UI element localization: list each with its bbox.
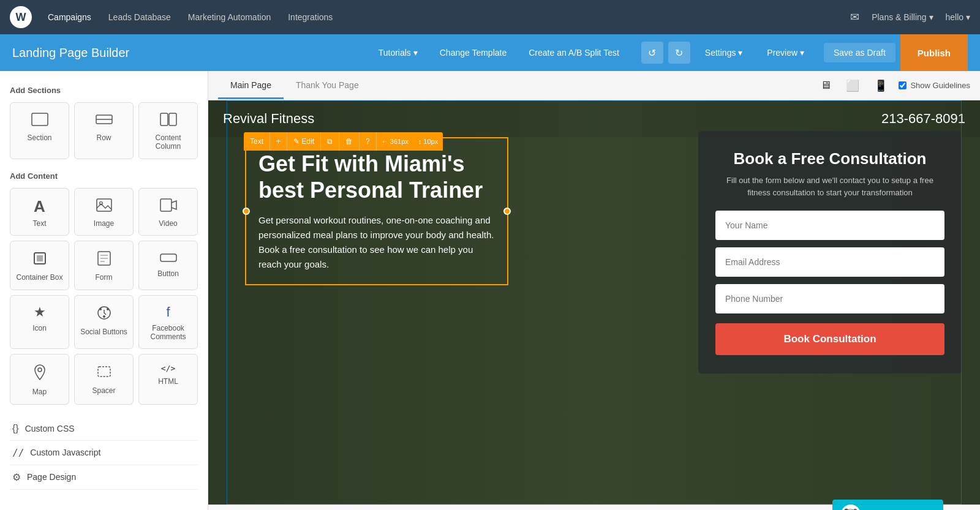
video-icon (160, 198, 177, 214)
redo-button[interactable]: ↻ (668, 42, 690, 64)
lp-brand: Revival Fitness (223, 111, 314, 127)
tab-thank-you-page[interactable]: Thank You Page (284, 73, 371, 99)
toolbar-copy-button[interactable]: ⧉ (321, 132, 339, 151)
spacer-label: Spacer (92, 386, 115, 395)
section-icon (31, 113, 48, 129)
page-tabs-bar: Main Page Thank You Page 🖥 ⬜ 📱 Show Guid… (208, 71, 980, 100)
main-layout: Add Sections Section Row Content Column (0, 71, 980, 510)
svg-rect-5 (97, 199, 111, 211)
resize-handle-left[interactable] (243, 208, 250, 215)
chat-widget[interactable]: 🐼 CHAT WITH US! (832, 500, 944, 510)
content-item-container-box[interactable]: Container Box (10, 241, 69, 290)
custom-css-item[interactable]: {} Custom CSS (10, 417, 198, 441)
svg-rect-14 (160, 254, 176, 261)
change-template-button[interactable]: Change Template (430, 43, 516, 62)
block-toolbar: Text + ✎ Edit ⧉ 🗑 ? ← 361px ↕ 10px (244, 132, 443, 151)
builder-actions: ↺ ↻ Settings ▾ Preview ▾ Save as Draft (641, 42, 895, 64)
mail-icon[interactable]: ✉ (850, 10, 859, 24)
custom-javascript-icon: // (12, 447, 24, 459)
custom-css-label: Custom CSS (25, 424, 75, 433)
show-guidelines-toggle[interactable]: Show Guidelines (899, 81, 970, 90)
resize-handle-right[interactable] (503, 208, 511, 215)
device-desktop-icon[interactable]: 🖥 (816, 77, 835, 94)
sidebar-bottom: {} Custom CSS // Custom Javascript ⚙ Pag… (10, 417, 198, 490)
show-guidelines-checkbox[interactable] (899, 81, 907, 89)
nav-campaigns[interactable]: Campaigns (47, 10, 92, 24)
svg-rect-0 (32, 113, 48, 126)
toolbar-text-label: Text (244, 132, 270, 151)
container-box-label: Container Box (16, 273, 62, 282)
section-label: Section (27, 133, 51, 142)
text-label: Text (32, 219, 46, 228)
canvas: Revival Fitness 213-667-8091 Text + ✎ Ed… (208, 100, 980, 510)
svg-point-17 (99, 308, 102, 310)
ab-split-test-button[interactable]: Create an A/B Split Test (519, 43, 629, 62)
section-item-section[interactable]: Section (10, 102, 69, 159)
canvas-wrapper: Revival Fitness 213-667-8091 Text + ✎ Ed… (208, 100, 980, 510)
svg-rect-3 (160, 113, 168, 126)
content-item-text[interactable]: A Text (10, 188, 69, 236)
logo: W (10, 6, 32, 28)
content-item-image[interactable]: Image (74, 188, 134, 236)
lp-text-block[interactable]: Get Fit with Miami's best Personal Train… (245, 137, 508, 285)
add-content-grid: A Text Image Video Container Box (10, 188, 198, 405)
button-label: Button (157, 269, 179, 278)
form-field-name[interactable] (715, 211, 944, 240)
form-submit-button[interactable]: Book Consultation (715, 323, 944, 355)
image-label: Image (94, 219, 114, 228)
page-design-item[interactable]: ⚙ Page Design (10, 465, 198, 490)
device-tablet-icon[interactable]: ⬜ (842, 77, 863, 95)
nav-leads-database[interactable]: Leads Database (107, 10, 172, 24)
canvas-area: Main Page Thank You Page 🖥 ⬜ 📱 Show Guid… (208, 71, 980, 510)
tutorials-button[interactable]: Tutorials ▾ (369, 43, 428, 62)
save-draft-button[interactable]: Save as Draft (824, 43, 895, 62)
page-design-label: Page Design (27, 472, 76, 482)
svg-rect-20 (98, 367, 110, 377)
svg-point-18 (103, 315, 105, 318)
text-icon: A (34, 198, 45, 214)
hello-button[interactable]: hello ▾ (946, 12, 970, 22)
publish-button[interactable]: Publish (900, 34, 968, 71)
add-sections-title: Add Sections (10, 86, 198, 95)
toolbar-add-button[interactable]: + (270, 132, 287, 151)
content-item-video[interactable]: Video (138, 188, 198, 236)
show-guidelines-label: Show Guidelines (910, 81, 970, 90)
content-item-html[interactable]: </> HTML (138, 354, 198, 404)
content-item-social-buttons[interactable]: Social Buttons (74, 295, 134, 350)
custom-javascript-label: Custom Javascript (30, 448, 100, 457)
content-item-button[interactable]: Button (138, 241, 198, 290)
form-field-email[interactable] (715, 247, 944, 277)
plans-billing-button[interactable]: Plans & Billing ▾ (872, 12, 933, 22)
nav-integrations[interactable]: Integrations (287, 10, 334, 24)
section-item-row[interactable]: Row (74, 102, 134, 159)
toolbar-edit-button[interactable]: ✎ Edit (287, 132, 321, 151)
device-mobile-icon[interactable]: 📱 (870, 77, 891, 95)
content-item-icon[interactable]: ★ Icon (10, 295, 69, 350)
page-design-icon: ⚙ (12, 471, 21, 483)
container-box-icon (32, 251, 47, 268)
panda-icon: 🐼 (841, 504, 861, 510)
settings-button[interactable]: Settings ▾ (695, 43, 752, 62)
tab-main-page[interactable]: Main Page (218, 73, 284, 99)
svg-point-16 (107, 308, 109, 310)
toolbar-delete-button[interactable]: 🗑 (339, 132, 360, 151)
custom-javascript-item[interactable]: // Custom Javascript (10, 441, 198, 465)
toolbar-help-button[interactable]: ? (360, 132, 377, 151)
custom-css-icon: {} (12, 423, 19, 434)
toolbar-height: ↕ 10px (413, 132, 443, 151)
svg-rect-9 (37, 255, 43, 261)
content-item-facebook-comments[interactable]: f Facebook Comments (138, 295, 198, 350)
page-tabs-right: 🖥 ⬜ 📱 Show Guidelines (816, 77, 970, 95)
content-item-spacer[interactable]: Spacer (74, 354, 134, 404)
form-field-phone[interactable] (715, 284, 944, 313)
icon-label: Icon (32, 324, 47, 332)
content-item-form[interactable]: Form (74, 241, 134, 290)
preview-button[interactable]: Preview ▾ (757, 43, 814, 62)
undo-button[interactable]: ↺ (641, 42, 663, 64)
content-item-map[interactable]: Map (10, 354, 69, 404)
section-item-content-column[interactable]: Content Column (138, 102, 198, 159)
builder-nav: Tutorials ▾ Change Template Create an A/… (369, 43, 629, 62)
nav-marketing-automation[interactable]: Marketing Automation (187, 10, 272, 24)
form-subtitle: Fill out the form below and we'll contac… (715, 174, 944, 198)
icon-icon: ★ (34, 306, 46, 319)
